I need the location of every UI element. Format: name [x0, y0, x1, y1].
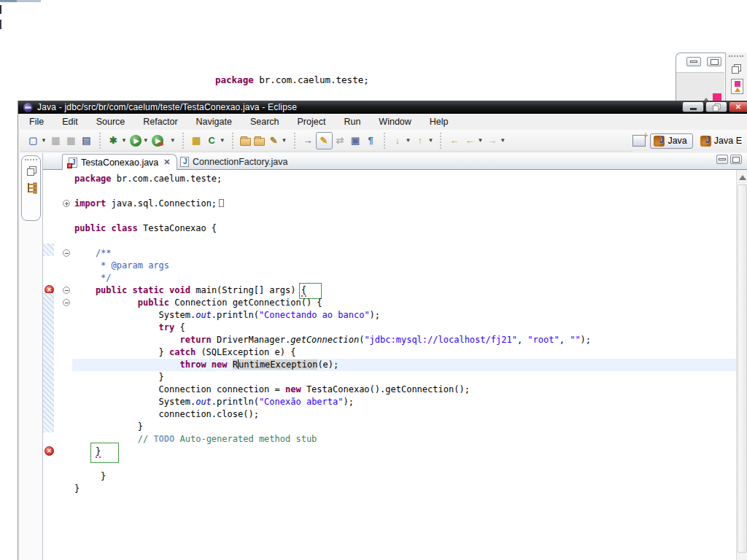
code-line[interactable]: try {	[72, 322, 736, 334]
menu-source[interactable]: Source	[94, 115, 128, 128]
dropdown-arrow-icon[interactable]: ▼	[282, 137, 287, 144]
run-external-icon[interactable]: ▶▼	[150, 132, 177, 149]
code-line[interactable]: * @param args	[72, 260, 736, 272]
vertical-scrollbar[interactable]	[736, 170, 747, 560]
menu-project[interactable]: Project	[295, 115, 328, 128]
menu-search[interactable]: Search	[248, 115, 282, 128]
fold-collapse-icon[interactable]	[63, 287, 70, 294]
code-line[interactable]: import java.sql.Connection;	[72, 198, 736, 210]
maximize-editor-icon[interactable]	[730, 155, 742, 164]
code-line[interactable]: public class TestaConexao {	[72, 222, 736, 235]
dropdown-arrow-icon[interactable]: ▼	[220, 137, 225, 144]
menu-window[interactable]: Window	[376, 115, 413, 128]
code-text-area[interactable]: package br.com.caelum.teste;import java.…	[72, 173, 736, 495]
code-line[interactable]: } catch (SQLException e) {	[72, 346, 736, 359]
folded-region-icon[interactable]	[219, 199, 224, 207]
show-source-icon[interactable]: ▣	[348, 132, 363, 149]
error-marker-icon[interactable]	[44, 446, 54, 456]
open-type-icon[interactable]	[239, 132, 252, 149]
minimize-editor-icon[interactable]	[716, 155, 728, 164]
dropdown-arrow-icon[interactable]: ▼	[170, 137, 176, 144]
code-line[interactable]: return DriverManager.getConnection("jdbc…	[72, 334, 736, 346]
minimize-button[interactable]	[682, 101, 704, 112]
prev-annotation-icon[interactable]: ↑▼	[412, 132, 435, 149]
open-resource-icon[interactable]	[252, 132, 266, 149]
team-sync-icon[interactable]: C▼	[204, 132, 227, 149]
dropdown-arrow-icon[interactable]: ▼	[477, 137, 483, 144]
new-wizard-icon[interactable]: ▢▼	[26, 132, 48, 149]
code-line[interactable]: }	[72, 446, 736, 458]
restore-view-icon[interactable]	[27, 166, 36, 175]
code-line[interactable]: package br.com.caelum.teste;	[72, 173, 736, 185]
code-line[interactable]: public static void main(String[] args) {	[72, 284, 736, 297]
bg-palette-icon[interactable]	[731, 79, 743, 94]
menu-file[interactable]: File	[27, 115, 46, 128]
menu-navigate[interactable]: Navigate	[194, 115, 234, 128]
dropdown-arrow-icon[interactable]: ▼	[41, 137, 47, 144]
fold-collapse-icon[interactable]	[63, 249, 70, 257]
print-icon[interactable]: ▤	[79, 132, 94, 149]
menu-help[interactable]: Help	[427, 115, 451, 128]
code-line[interactable]: }	[72, 371, 736, 384]
bg-minimize-icon[interactable]	[686, 57, 701, 66]
code-line[interactable]: // TODO Auto-generated method stub	[72, 433, 736, 446]
scrollbar-thumb[interactable]	[738, 184, 747, 553]
dropdown-arrow-icon[interactable]: ▼	[143, 137, 149, 144]
last-edit-icon[interactable]: →	[301, 132, 316, 149]
back-icon[interactable]: ←▼	[462, 132, 484, 149]
code-line[interactable]: System.out.println("Conexão aberta");	[72, 396, 736, 408]
dropdown-arrow-icon[interactable]: ▼	[427, 137, 433, 144]
fold-expand-icon[interactable]	[63, 200, 70, 207]
mark-occurrences-icon[interactable]: ✎▼	[266, 132, 289, 149]
open-perspective-icon[interactable]	[632, 135, 646, 147]
bg-grip-handle[interactable]	[729, 55, 743, 57]
save-all-icon[interactable]: ▩	[63, 132, 79, 149]
code-line[interactable]: */	[72, 272, 736, 284]
new-java-project-icon[interactable]: ▦	[189, 132, 204, 149]
last-edit-location-icon[interactable]: ←	[446, 132, 462, 149]
dropdown-arrow-icon[interactable]: ▼	[406, 137, 411, 144]
run-icon[interactable]: ▶▼	[128, 132, 150, 149]
dropdown-arrow-icon[interactable]: ▼	[500, 137, 506, 144]
show-whitespace-icon[interactable]: ¶	[363, 132, 379, 149]
vertical-ruler[interactable]	[43, 170, 62, 560]
link-with-editor-icon[interactable]: ⇄	[333, 132, 348, 149]
menu-run[interactable]: Run	[341, 115, 363, 128]
code-line[interactable]	[72, 210, 736, 222]
code-line[interactable]: public Connection getConnection() {	[72, 297, 736, 309]
code-line[interactable]: connection.close();	[72, 408, 736, 421]
package-explorer-icon[interactable]	[26, 182, 38, 194]
view-grip-handle[interactable]	[25, 159, 37, 160]
code-line[interactable]: /**	[72, 247, 736, 260]
restore-view-icon[interactable]	[732, 64, 740, 73]
code-line[interactable]: }	[72, 483, 736, 495]
next-annotation-icon[interactable]: ↓▼	[390, 132, 413, 149]
code-line[interactable]	[72, 235, 736, 247]
menu-refactor[interactable]: Refactor	[141, 115, 179, 128]
bg-maximize-icon[interactable]	[707, 57, 721, 66]
code-line[interactable]: }	[72, 421, 736, 433]
tab-connectionfactory-java[interactable]: JConnectionFactory.java	[174, 154, 293, 170]
tab-close-icon[interactable]: ✕	[162, 158, 170, 167]
code-line[interactable]	[72, 185, 736, 198]
tab-testaconexao-java[interactable]: J✕TestaConexao.java✕	[62, 154, 177, 170]
title-bar[interactable]: Java - jdbc/src/br/com/caelum/teste/Test…	[18, 101, 747, 114]
code-line[interactable]: }	[72, 470, 736, 483]
forward-icon[interactable]: →▼	[484, 132, 507, 149]
highlighter-icon[interactable]: ✎	[316, 132, 333, 149]
menu-edit[interactable]: Edit	[60, 115, 80, 128]
code-line[interactable]	[72, 458, 736, 470]
save-icon[interactable]: ▦	[48, 132, 63, 149]
code-line[interactable]: throw new RuntimeException(e);	[72, 359, 736, 371]
code-line[interactable]: Connection connection = new TestaConexao…	[72, 384, 736, 396]
maximize-button[interactable]	[705, 101, 727, 112]
dropdown-arrow-icon[interactable]: ▼	[121, 137, 127, 144]
scroll-up-icon[interactable]	[739, 175, 746, 180]
javaee-perspective-button[interactable]: J Java E	[697, 134, 747, 148]
debug-icon[interactable]: ✱▼	[106, 132, 128, 149]
close-button[interactable]: ✕	[729, 101, 747, 112]
fold-collapse-icon[interactable]	[63, 299, 70, 306]
code-line[interactable]: System.out.println("Conectando ao banco"…	[72, 309, 736, 322]
java-perspective-button[interactable]: J Java	[650, 133, 692, 149]
code-editor[interactable]: package br.com.caelum.teste;import java.…	[43, 170, 747, 560]
